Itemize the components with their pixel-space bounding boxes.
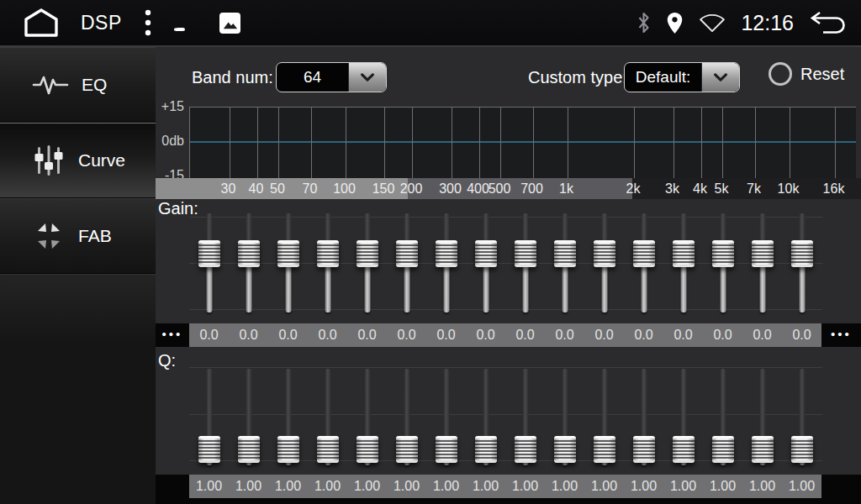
- slider-thumb[interactable]: [712, 240, 734, 267]
- sidebar-item-eq[interactable]: EQ: [0, 47, 156, 123]
- q-slider[interactable]: [426, 365, 466, 470]
- grid-line: [673, 108, 674, 179]
- grid-line: [533, 108, 534, 179]
- gain-slider[interactable]: [545, 210, 584, 318]
- slider-thumb[interactable]: [436, 436, 457, 463]
- slider-thumb[interactable]: [475, 240, 497, 267]
- gain-slider[interactable]: [505, 210, 545, 318]
- gain-slider[interactable]: [308, 210, 347, 318]
- slider-thumb[interactable]: [633, 240, 655, 267]
- slider-thumb[interactable]: [673, 240, 695, 267]
- q-slider[interactable]: [545, 365, 584, 470]
- q-slider[interactable]: [584, 365, 624, 470]
- slider-track: [522, 264, 528, 312]
- clover-apps-icon[interactable]: [174, 11, 198, 34]
- sidebar-item-curve[interactable]: Curve: [0, 123, 156, 198]
- clover-petal: [174, 28, 185, 31]
- y-axis-label: +15: [156, 99, 184, 114]
- kebab-menu-icon[interactable]: [144, 8, 152, 38]
- slider-thumb[interactable]: [752, 240, 774, 267]
- gain-slider[interactable]: [663, 210, 703, 318]
- slider-thumb[interactable]: [791, 436, 813, 463]
- gain-slider[interactable]: [426, 210, 466, 318]
- gain-slider[interactable]: [229, 210, 268, 318]
- q-slider[interactable]: [466, 365, 505, 470]
- grid-line: [701, 108, 702, 179]
- slider-thumb[interactable]: [554, 436, 576, 463]
- slider-thumb[interactable]: [594, 436, 615, 463]
- slider-thumb[interactable]: [357, 436, 378, 463]
- q-slider[interactable]: [347, 365, 387, 470]
- chevron-down-icon[interactable]: [701, 63, 739, 92]
- q-slider[interactable]: [308, 365, 347, 470]
- gain-slider[interactable]: [268, 210, 308, 318]
- slider-thumb[interactable]: [633, 436, 655, 463]
- gain-slider[interactable]: [742, 210, 782, 318]
- q-slider[interactable]: [229, 365, 268, 470]
- gain-more-right-button[interactable]: •••: [821, 323, 861, 347]
- chevron-down-icon[interactable]: [348, 63, 386, 92]
- back-icon[interactable]: [809, 10, 848, 35]
- reset-radio-icon[interactable]: [769, 62, 792, 86]
- slider-thumb[interactable]: [238, 436, 260, 463]
- q-slider[interactable]: [782, 365, 821, 470]
- gain-slider[interactable]: [347, 210, 387, 318]
- gain-slider[interactable]: [703, 210, 742, 318]
- slider-track: [562, 264, 568, 312]
- gain-value: 0.0: [624, 323, 663, 347]
- q-slider[interactable]: [624, 365, 663, 470]
- sidebar-item-fab[interactable]: FAB: [0, 198, 156, 274]
- gain-slider[interactable]: [624, 210, 663, 318]
- slider-thumb[interactable]: [277, 436, 299, 463]
- reset-button[interactable]: Reset: [769, 62, 844, 86]
- slider-thumb[interactable]: [238, 240, 260, 267]
- slider-track: [443, 369, 449, 443]
- gain-slider[interactable]: [387, 210, 426, 318]
- home-icon[interactable]: [24, 8, 59, 38]
- gain-value: 0.0: [545, 323, 584, 347]
- custom-type-dropdown[interactable]: Default:: [624, 62, 740, 92]
- slider-thumb[interactable]: [317, 240, 339, 267]
- q-slider[interactable]: [189, 365, 229, 470]
- band-num-dropdown[interactable]: 64: [276, 62, 387, 92]
- q-slider[interactable]: [663, 365, 703, 470]
- clock-text: 12:16: [741, 11, 794, 35]
- slider-thumb[interactable]: [752, 436, 774, 463]
- gain-slider[interactable]: [189, 210, 229, 318]
- gain-slider[interactable]: [466, 210, 505, 318]
- q-slider[interactable]: [505, 365, 545, 470]
- frequency-axis[interactable]: 304050701001502003004005007001k2k3k4k5k7…: [156, 178, 861, 199]
- status-bar: DSP 12:16: [0, 0, 861, 47]
- slider-thumb[interactable]: [198, 436, 220, 463]
- gain-slider[interactable]: [782, 210, 821, 318]
- eq-curve-plot[interactable]: [189, 107, 856, 179]
- q-value: 1.00: [466, 475, 505, 498]
- gain-more-left-button[interactable]: •••: [156, 323, 189, 347]
- slider-thumb[interactable]: [198, 240, 220, 267]
- eq-waveform-icon: [32, 71, 69, 99]
- slider-track: [759, 264, 765, 312]
- q-slider[interactable]: [387, 365, 426, 470]
- slider-thumb[interactable]: [673, 436, 695, 463]
- grid-line: [257, 108, 258, 179]
- slider-thumb[interactable]: [594, 240, 615, 267]
- slider-thumb[interactable]: [712, 436, 734, 463]
- slider-thumb[interactable]: [554, 240, 576, 267]
- q-slider[interactable]: [268, 365, 308, 470]
- slider-thumb[interactable]: [515, 240, 536, 267]
- slider-thumb[interactable]: [317, 436, 339, 463]
- slider-thumb[interactable]: [396, 436, 418, 463]
- freq-tick-label: 3k: [665, 178, 679, 199]
- slider-thumb[interactable]: [277, 240, 299, 267]
- gallery-icon[interactable]: [219, 13, 240, 34]
- gain-slider[interactable]: [584, 210, 624, 318]
- slider-thumb[interactable]: [357, 240, 378, 267]
- grid-line: [230, 108, 230, 179]
- slider-thumb[interactable]: [791, 240, 813, 267]
- slider-thumb[interactable]: [396, 240, 418, 267]
- slider-thumb[interactable]: [515, 436, 536, 463]
- q-slider[interactable]: [703, 365, 742, 470]
- slider-thumb[interactable]: [436, 240, 457, 267]
- slider-thumb[interactable]: [475, 436, 497, 463]
- q-slider[interactable]: [742, 365, 782, 470]
